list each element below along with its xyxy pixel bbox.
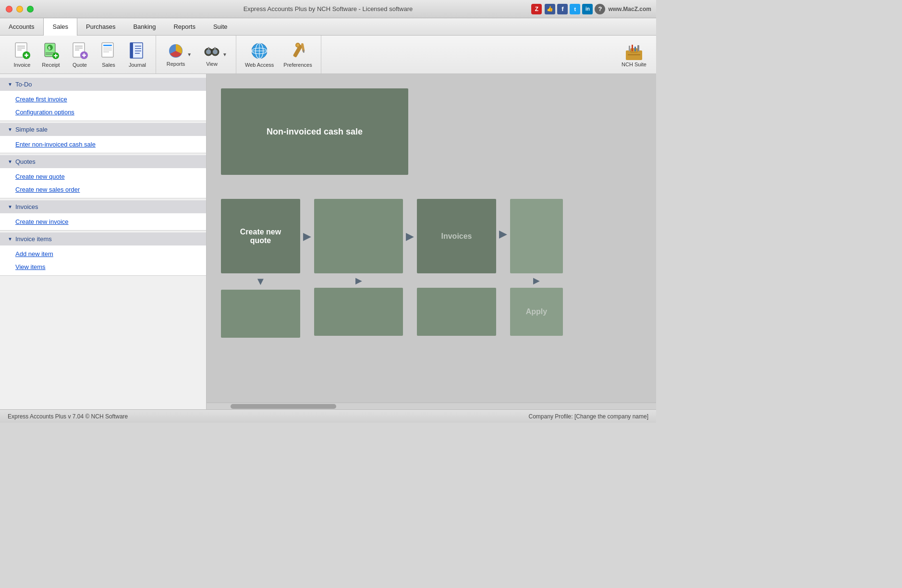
quote-icon <box>70 41 89 61</box>
enter-non-invoiced-cash-sale-link[interactable]: Enter non-invoiced cash sale <box>0 138 206 151</box>
statusbar: Express Accounts Plus v 7.04 © NCH Softw… <box>0 409 656 423</box>
web-access-button[interactable]: Web Access <box>240 38 279 71</box>
svg-point-48 <box>296 44 299 47</box>
create-new-quote-box[interactable]: Create newquote <box>221 199 300 273</box>
quotes-header[interactable]: ▼ Quotes <box>0 155 206 168</box>
invoices-content: Create new invoice <box>0 213 206 231</box>
configuration-options-link[interactable]: Configuration options <box>0 106 206 119</box>
invoices-header[interactable]: ▼ Invoices <box>0 200 206 213</box>
sidebar-section-invoice-items: ▼ Invoice items Add new item View items <box>0 233 206 276</box>
svg-rect-39 <box>208 47 209 49</box>
create-new-quote-link[interactable]: Create new quote <box>0 170 206 183</box>
view-icon <box>203 42 220 60</box>
preferences-label: Preferences <box>283 62 312 68</box>
right-bottom-arrow: ▶ <box>531 273 542 288</box>
receipt-button[interactable]: $ Receipt <box>37 38 65 71</box>
window-title: Express Accounts Plus by NCH Software - … <box>244 5 413 12</box>
maximize-button[interactable] <box>27 6 34 12</box>
preferences-button[interactable]: Preferences <box>279 38 317 71</box>
nch-suite-button[interactable]: NCH Suite <box>616 39 652 70</box>
sales-button[interactable]: Sales <box>94 38 123 71</box>
status-left: Express Accounts Plus v 7.04 © NCH Softw… <box>8 413 128 420</box>
arrow-down-1: ▼ <box>256 275 266 288</box>
nch-suite-label: NCH Suite <box>622 61 646 67</box>
reports-button[interactable]: Reports ▼ <box>160 39 198 70</box>
right-box-top[interactable] <box>510 199 563 273</box>
create-first-invoice-link[interactable]: Create first invoice <box>0 93 206 106</box>
simple-sale-header[interactable]: ▼ Simple sale <box>0 123 206 136</box>
reports-label: Reports <box>167 61 185 67</box>
invoices-column: Invoices <box>417 199 496 336</box>
bottom-arrows: ▶ <box>353 273 364 288</box>
apply-box[interactable]: Apply <box>510 288 563 336</box>
menu-accounts[interactable]: Accounts <box>0 18 43 35</box>
web-access-icon <box>250 41 269 61</box>
svg-point-37 <box>213 49 218 54</box>
menu-reports[interactable]: Reports <box>165 18 205 35</box>
invoice-button[interactable]: Invoice <box>8 38 37 71</box>
journal-button[interactable]: Journal <box>123 38 152 71</box>
help-icon[interactable]: ? <box>595 4 605 14</box>
quotes-label: Quotes <box>15 158 36 165</box>
invoices-collapse-icon: ▼ <box>8 204 12 209</box>
close-button[interactable] <box>6 6 12 12</box>
sidebar-section-quotes: ▼ Quotes Create new quote Create new sal… <box>0 155 206 198</box>
journal-label: Journal <box>129 62 146 68</box>
view-button[interactable]: View ▼ <box>198 39 232 70</box>
linkedin-icon[interactable]: in <box>582 4 593 14</box>
like-icon[interactable]: 👍 <box>545 4 555 14</box>
svg-rect-56 <box>634 47 636 51</box>
journal-icon <box>128 41 147 61</box>
bottom-box-3[interactable] <box>417 288 496 336</box>
minimize-button[interactable] <box>16 6 23 12</box>
sales-icon <box>99 41 118 61</box>
sidebar-section-simple-sale: ▼ Simple sale Enter non-invoiced cash sa… <box>0 123 206 153</box>
arrow-right-1: ▶ <box>300 199 314 273</box>
reports-icon <box>167 42 184 60</box>
zotero-icon[interactable]: Z <box>531 4 542 14</box>
svg-rect-54 <box>629 46 630 51</box>
twitter-icon[interactable]: t <box>570 4 580 14</box>
todo-label: To-Do <box>15 81 32 88</box>
view-items-link[interactable]: View items <box>0 260 206 273</box>
middle-box[interactable] <box>314 199 403 273</box>
todo-collapse-icon: ▼ <box>8 82 12 87</box>
create-new-sales-order-link[interactable]: Create new sales order <box>0 183 206 196</box>
bottom-box-1[interactable] <box>221 290 300 338</box>
view-label: View <box>206 61 218 67</box>
todo-header[interactable]: ▼ To-Do <box>0 78 206 91</box>
social-icons: 👍 f t in ? <box>545 4 605 14</box>
horizontal-scrollbar[interactable] <box>207 403 656 409</box>
invoice-items-header[interactable]: ▼ Invoice items <box>0 233 206 245</box>
facebook-icon[interactable]: f <box>557 4 568 14</box>
menu-suite[interactable]: Suite <box>205 18 237 35</box>
simple-sale-collapse-icon: ▼ <box>8 127 12 132</box>
svg-rect-55 <box>632 45 633 51</box>
arrow-right-2: ▶ <box>403 199 417 273</box>
right-column: ▶ Apply <box>510 199 563 336</box>
add-new-item-link[interactable]: Add new item <box>0 247 206 260</box>
toolbar-section-sales: Invoice $ Receipt <box>4 36 156 74</box>
main-area: ▼ To-Do Create first invoice Configurati… <box>0 74 656 409</box>
toolbar-section-web: Web Access Preferences <box>236 36 321 74</box>
window-controls[interactable] <box>6 6 34 12</box>
invoices-box[interactable]: Invoices <box>417 199 496 273</box>
invoice-items-content: Add new item View items <box>0 245 206 276</box>
menu-purchases[interactable]: Purchases <box>77 18 124 35</box>
diagram-flow-row1: Create newquote ▼ ▶ <box>221 199 642 338</box>
quote-button[interactable]: Quote <box>65 38 94 71</box>
bottom-box-2[interactable] <box>314 288 403 336</box>
view-dropdown-arrow: ▼ <box>222 52 227 57</box>
menu-sales[interactable]: Sales <box>43 18 77 36</box>
toolbar-section-reports: Reports ▼ Vi <box>156 36 236 74</box>
sidebar: ▼ To-Do Create first invoice Configurati… <box>0 74 207 409</box>
status-right: Company Profile: [Change the company nam… <box>529 413 648 420</box>
non-invoiced-cash-sale-box[interactable]: Non-invoiced cash sale <box>221 88 408 175</box>
svg-rect-40 <box>214 47 216 49</box>
create-new-invoice-link[interactable]: Create new invoice <box>0 215 206 228</box>
quotes-content: Create new quote Create new sales order <box>0 168 206 198</box>
menu-banking[interactable]: Banking <box>124 18 165 35</box>
svg-rect-28 <box>130 43 133 58</box>
simple-sale-content: Enter non-invoiced cash sale <box>0 136 206 153</box>
scrollbar-thumb[interactable] <box>231 404 336 409</box>
